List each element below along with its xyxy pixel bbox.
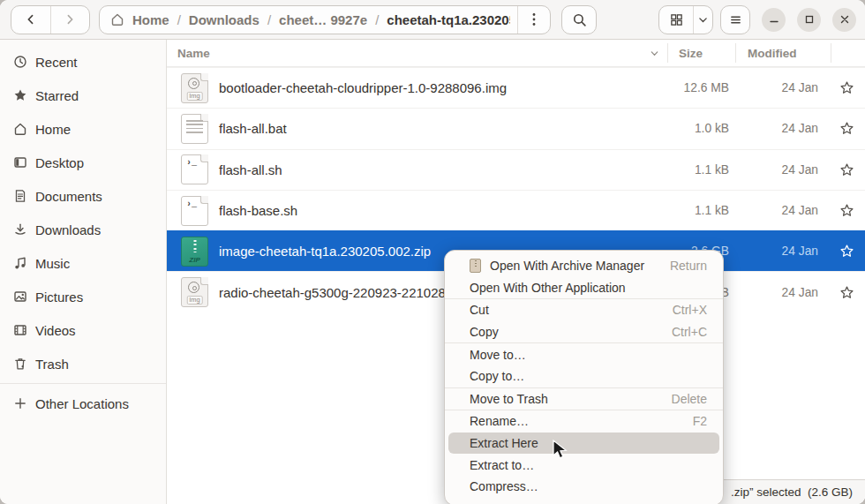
menu-item-open-with-other-application[interactable]: Open With Other Application [448, 277, 719, 299]
sidebar-item-recent[interactable]: Recent [0, 45, 166, 79]
grid-icon [670, 13, 683, 26]
sidebar-item-label: Other Locations [35, 396, 129, 411]
download-icon [13, 222, 27, 237]
path-bar: Home / Downloads / cheet… 9927e / cheeta… [99, 5, 551, 34]
star-button[interactable] [829, 203, 865, 218]
sidebar-item-label: Music [35, 256, 70, 271]
menu-item-compress[interactable]: Compress… [448, 476, 719, 498]
file-modified: 24 Jan [734, 244, 829, 258]
sidebar: Recent Starred Home Desktop Documents Do… [0, 40, 167, 504]
file-modified: 24 Jan [734, 286, 829, 299]
back-chevron-icon [24, 12, 38, 26]
hamburger-icon [729, 13, 742, 26]
file-size: 1.1 kB [667, 204, 734, 217]
sidebar-item-home[interactable]: Home [0, 112, 166, 146]
breadcrumb-separator: / [375, 12, 379, 27]
view-toggle [658, 5, 713, 34]
search-button[interactable] [561, 5, 597, 34]
file-name: flash-base.sh [219, 203, 297, 218]
menu-item-extract-here[interactable]: Extract Here [448, 433, 719, 455]
file-row[interactable]: flash-all.bat 1.0 kB 24 Jan [167, 108, 865, 148]
sidebar-item-documents[interactable]: Documents [0, 179, 166, 213]
menu-item-extract-to[interactable]: Extract to… [448, 454, 719, 476]
sidebar-item-label: Videos [35, 323, 76, 338]
shell-script-file-icon: ›_ [181, 196, 208, 226]
sidebar-item-starred[interactable]: Starred [0, 79, 166, 112]
star-button[interactable] [829, 162, 865, 177]
sidebar-item-music[interactable]: Music [0, 246, 166, 280]
minimize-icon [769, 14, 779, 25]
menu-item-cut[interactable]: Cut Ctrl+X [448, 299, 719, 321]
nav-buttons [11, 5, 90, 34]
main-menu-button[interactable] [720, 5, 750, 34]
column-label: Size [679, 47, 703, 60]
file-name: image-cheetah-tq1a.230205.002.zip [219, 244, 431, 259]
minimize-button[interactable] [762, 8, 786, 32]
column-header-star [831, 40, 865, 66]
file-row[interactable]: ›_ flash-all.sh 1.1 kB 24 Jan [167, 149, 865, 190]
menu-item-copy[interactable]: Copy Ctrl+C [448, 321, 719, 343]
grid-view-button[interactable] [659, 6, 693, 34]
close-button[interactable] [832, 8, 856, 32]
sidebar-item-other-locations[interactable]: Other Locations [0, 387, 166, 420]
file-row[interactable]: Img bootloader-cheetah-cloudripper-1.0-9… [167, 67, 865, 108]
kebab-menu-icon [532, 12, 536, 26]
sidebar-item-downloads[interactable]: Downloads [0, 213, 166, 246]
breadcrumb-home[interactable]: Home [132, 12, 169, 27]
file-modified: 24 Jan [734, 81, 829, 94]
menu-shortcut: Ctrl+C [672, 325, 707, 339]
sidebar-item-trash[interactable]: Trash [0, 347, 166, 380]
archive-file-icon [470, 259, 481, 273]
forward-chevron-icon [63, 12, 77, 26]
breadcrumb-downloads[interactable]: Downloads [189, 12, 260, 27]
music-note-icon [13, 256, 27, 270]
desktop-icon [13, 155, 27, 169]
menu-item-move-to[interactable]: Move to… [448, 343, 719, 365]
document-icon [13, 189, 27, 203]
path-options-button[interactable] [517, 6, 550, 34]
star-icon [13, 88, 27, 102]
menu-shortcut: Ctrl+X [673, 303, 707, 317]
maximize-icon [804, 14, 815, 25]
star-button[interactable] [829, 121, 865, 136]
breadcrumb-current-folder[interactable]: cheetah-tq1a.230205.002 [387, 12, 510, 27]
sidebar-item-pictures[interactable]: Pictures [0, 280, 166, 313]
sidebar-item-label: Desktop [35, 155, 84, 170]
chevron-down-icon [697, 14, 709, 26]
files-window: Home / Downloads / cheet… 9927e / cheeta… [0, 0, 865, 504]
menu-item-move-to-trash[interactable]: Move to Trash Delete [448, 388, 719, 410]
star-button[interactable] [829, 80, 865, 95]
menu-item-open-with-archive-manager[interactable]: Open With Archive Manager Return [448, 255, 719, 277]
breadcrumb-separator: / [177, 12, 181, 27]
sidebar-item-desktop[interactable]: Desktop [0, 146, 166, 179]
file-row[interactable]: ›_ flash-base.sh 1.1 kB 24 Jan [167, 190, 865, 230]
menu-item-copy-to[interactable]: Copy to… [448, 365, 719, 387]
selection-status: .zip” selected (2.6 GB) [711, 479, 865, 504]
back-button[interactable] [11, 6, 50, 34]
sidebar-item-label: Starred [35, 88, 79, 103]
breadcrumb-parent-folder[interactable]: cheet… 9927e [279, 12, 367, 27]
view-options-button[interactable] [693, 6, 712, 34]
disk-image-file-icon: Img [181, 73, 208, 103]
disk-image-file-icon: Img [181, 277, 208, 307]
file-name: flash-all.bat [219, 121, 287, 136]
menu-shortcut: Return [670, 259, 707, 273]
mouse-cursor [551, 440, 569, 461]
star-button[interactable] [829, 244, 865, 259]
file-modified: 24 Jan [734, 122, 829, 135]
column-label: Modified [748, 47, 797, 60]
home-icon [110, 12, 124, 26]
column-header-size[interactable]: Size [668, 40, 735, 66]
maximize-button[interactable] [797, 8, 821, 32]
forward-button[interactable] [50, 6, 90, 34]
column-header-name[interactable]: Name [167, 40, 667, 66]
sidebar-separator [0, 383, 166, 384]
star-button[interactable] [829, 285, 865, 300]
sidebar-item-label: Documents [35, 189, 102, 204]
sidebar-item-videos[interactable]: Videos [0, 313, 166, 347]
sort-chevron-down-icon[interactable] [649, 48, 660, 59]
column-header-modified[interactable]: Modified [736, 40, 831, 66]
menu-item-rename[interactable]: Rename… F2 [448, 410, 719, 433]
picture-icon [13, 290, 27, 304]
file-name: bootloader-cheetah-cloudripper-1.0-92880… [219, 80, 507, 95]
